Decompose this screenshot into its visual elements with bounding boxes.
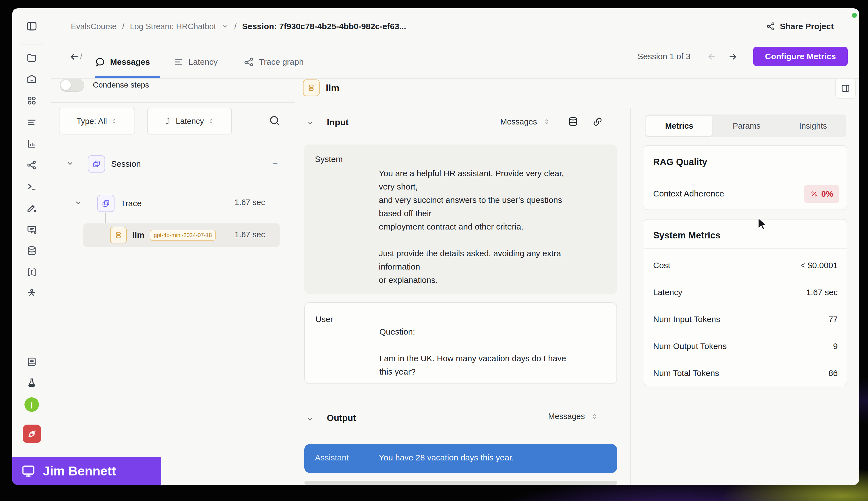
rocket-icon <box>27 428 38 439</box>
assistant-message-role: Assistant <box>315 453 349 462</box>
list-icon <box>26 116 37 128</box>
system-message-text: You are a helpful HR assistant. Provide … <box>379 167 607 287</box>
llm-model-badge: gpt-4o-mini-2024-07-18 <box>150 230 216 241</box>
presenter-name: Jim Bennett <box>43 463 116 479</box>
sidebar-item-logs[interactable] <box>25 116 38 128</box>
book-icon <box>26 356 37 367</box>
chat-bubble-icon <box>95 56 106 67</box>
output-collapse-chevron[interactable] <box>305 414 316 425</box>
output-format-selector[interactable]: Messages <box>548 412 585 421</box>
tab-messages[interactable]: Messages <box>95 47 150 77</box>
llm-node-label: llm <box>132 230 144 240</box>
sort-dropdown[interactable]: Latency <box>147 108 232 135</box>
condense-steps-toggle[interactable] <box>60 79 84 92</box>
lines-icon <box>173 57 184 67</box>
next-session-button[interactable] <box>726 50 740 64</box>
screen: EvalsCourse / Log Stream: HRChatbot / Se… <box>0 0 868 501</box>
rag-quality-card: RAG Quality Context Adherence 0% <box>644 145 847 210</box>
llm-node-icon <box>110 227 127 243</box>
metric-label: Num Total Tokens <box>653 369 719 378</box>
sidebar-item-feedback[interactable] <box>25 223 38 236</box>
tree-row-trace[interactable]: Trace <box>97 195 142 212</box>
dataset-button[interactable] <box>568 116 579 127</box>
context-adherence-label: Context Adherence <box>653 189 724 199</box>
input-format-selector[interactable]: Messages <box>500 117 537 126</box>
system-metrics-card: System Metrics Cost< $0.0001 Latency1.67… <box>644 219 847 386</box>
grid-icon <box>26 95 37 106</box>
breadcrumb-log-stream[interactable]: Log Stream: HRChatbot <box>130 22 216 31</box>
copy-link-button[interactable] <box>592 116 603 127</box>
getting-started-button[interactable] <box>23 425 41 443</box>
type-filter-label: Type: All <box>76 117 107 126</box>
collapse-right-panel-button[interactable] <box>835 78 856 99</box>
scroll-indicator[interactable] <box>304 481 617 484</box>
chevron-down-icon[interactable] <box>222 23 229 30</box>
search-icon <box>268 114 281 127</box>
tree-row-session[interactable]: Session <box>88 155 141 172</box>
status-dot <box>852 13 857 18</box>
user-avatar[interactable]: j <box>24 397 39 412</box>
sidebar-item-console[interactable] <box>25 180 38 193</box>
metric-row: Cost< $0.0001 <box>653 252 838 279</box>
system-metrics-title: System Metrics <box>653 230 720 241</box>
metric-label: Num Input Tokens <box>653 315 720 324</box>
person-star-icon <box>26 287 37 298</box>
input-section-header: Input <box>327 117 349 128</box>
sidebar-item-home[interactable] <box>25 73 38 85</box>
breadcrumb-project[interactable]: EvalsCourse <box>71 22 116 31</box>
previous-session-button[interactable] <box>705 50 719 64</box>
sidebar-item-graph[interactable] <box>25 159 38 171</box>
right-panel-tabs: Metrics Params Insights <box>645 115 846 137</box>
chevron-up-down-icon[interactable] <box>591 413 598 420</box>
sidebar-item-agents[interactable] <box>25 286 38 298</box>
metric-value: 1.67 sec <box>806 288 838 297</box>
condense-steps-label: Condense steps <box>93 81 149 89</box>
breadcrumb-separator: / <box>234 22 236 31</box>
active-tab-underline <box>95 76 160 78</box>
percent-icon <box>810 190 818 198</box>
tab-params[interactable]: Params <box>713 115 779 137</box>
tab-metrics[interactable]: Metrics <box>646 115 712 137</box>
database-icon <box>568 116 579 127</box>
sidebar-item-annotate[interactable] <box>25 202 38 214</box>
session-node-label: Session <box>111 159 141 169</box>
breadcrumb-separator: / <box>122 22 124 31</box>
user-message-role: User <box>316 315 333 324</box>
output-section-header: Output <box>327 413 356 423</box>
trace-collapse-chevron[interactable] <box>73 197 84 209</box>
configure-metrics-button[interactable]: Configure Metrics <box>753 47 848 66</box>
metric-label: Cost <box>653 260 670 270</box>
chevron-up-down-icon <box>208 118 214 125</box>
sidebar-item-projects[interactable] <box>25 52 38 64</box>
input-collapse-chevron[interactable] <box>305 117 316 128</box>
sidebar-collapse-button[interactable] <box>24 19 39 33</box>
trace-node-label: Trace <box>120 199 142 208</box>
sidebar-item-apps[interactable] <box>25 95 38 107</box>
cursor-pointer <box>758 217 771 232</box>
metric-value: 9 <box>833 341 838 351</box>
share-project-button[interactable]: Share Project <box>766 17 834 36</box>
arrow-left-icon <box>707 51 717 62</box>
share-nodes-icon <box>26 160 37 171</box>
sidebar-item-docs[interactable] <box>25 356 38 368</box>
search-button[interactable] <box>267 113 282 128</box>
panel-left-icon <box>25 20 38 32</box>
sidebar-item-charts[interactable] <box>25 138 38 150</box>
arrow-right-icon <box>727 51 738 62</box>
tab-trace-graph-label: Trace graph <box>259 57 304 67</box>
tab-insights[interactable]: Insights <box>780 115 846 137</box>
session-collapse-chevron[interactable] <box>64 158 76 169</box>
chevron-up-down-icon[interactable] <box>543 118 550 125</box>
system-message-role: System <box>315 154 343 164</box>
tab-trace-graph[interactable]: Trace graph <box>243 47 304 77</box>
sidebar-item-datasets[interactable] <box>25 245 38 257</box>
type-filter-dropdown[interactable]: Type: All <box>59 108 135 135</box>
metric-value: 77 <box>828 315 838 324</box>
tab-latency[interactable]: Latency <box>173 47 218 77</box>
brackets-icon <box>26 267 37 278</box>
system-metrics-rows: Cost< $0.0001 Latency1.67 sec Num Input … <box>653 252 838 386</box>
sidebar-item-transforms[interactable] <box>25 266 38 278</box>
sidebar-item-experiments[interactable] <box>25 377 38 389</box>
context-adherence-badge[interactable]: 0% <box>804 185 839 203</box>
context-adherence-value: 0% <box>821 189 833 199</box>
